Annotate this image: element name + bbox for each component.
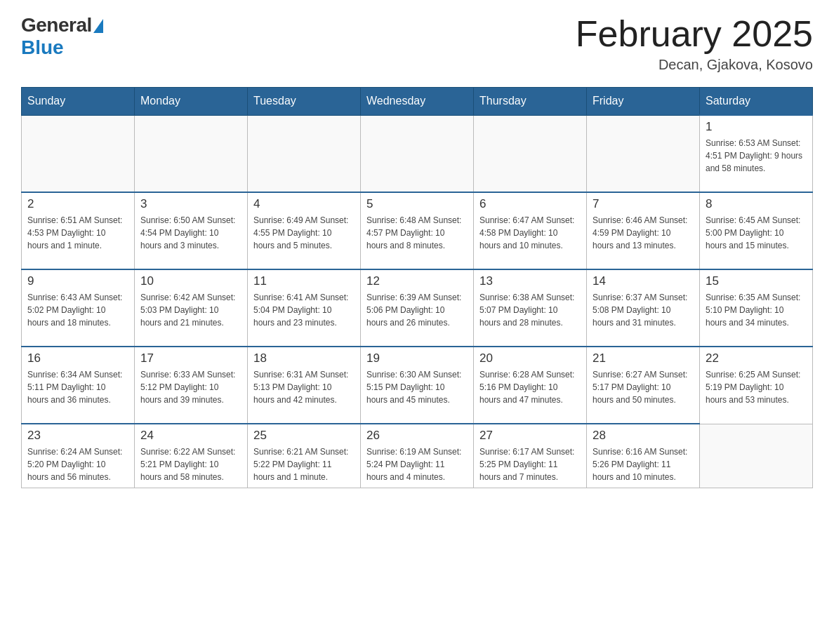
day-info: Sunrise: 6:48 AM Sunset: 4:57 PM Dayligh… (366, 214, 468, 252)
day-number: 14 (593, 274, 694, 288)
calendar-cell: 3Sunrise: 6:50 AM Sunset: 4:54 PM Daylig… (135, 192, 248, 269)
day-info: Sunrise: 6:39 AM Sunset: 5:06 PM Dayligh… (366, 291, 468, 329)
day-info: Sunrise: 6:43 AM Sunset: 5:02 PM Dayligh… (27, 291, 128, 329)
calendar-cell: 1Sunrise: 6:53 AM Sunset: 4:51 PM Daylig… (700, 115, 813, 192)
day-info: Sunrise: 6:45 AM Sunset: 5:00 PM Dayligh… (706, 214, 807, 252)
calendar-cell: 11Sunrise: 6:41 AM Sunset: 5:04 PM Dayli… (248, 269, 361, 347)
day-number: 25 (253, 429, 355, 443)
day-info: Sunrise: 6:25 AM Sunset: 5:19 PM Dayligh… (706, 368, 807, 406)
calendar-cell: 17Sunrise: 6:33 AM Sunset: 5:12 PM Dayli… (135, 347, 248, 424)
calendar-cell: 2Sunrise: 6:51 AM Sunset: 4:53 PM Daylig… (22, 192, 135, 269)
calendar-week-row: 23Sunrise: 6:24 AM Sunset: 5:20 PM Dayli… (22, 424, 813, 488)
day-of-week-header: Monday (135, 88, 248, 116)
calendar-cell (587, 115, 700, 192)
calendar-cell: 15Sunrise: 6:35 AM Sunset: 5:10 PM Dayli… (700, 269, 813, 347)
day-number: 19 (366, 351, 468, 365)
calendar-cell: 28Sunrise: 6:16 AM Sunset: 5:26 PM Dayli… (587, 424, 700, 488)
calendar-cell (361, 115, 474, 192)
logo-general-text: General (21, 14, 92, 36)
day-number: 17 (140, 351, 241, 365)
calendar-cell: 14Sunrise: 6:37 AM Sunset: 5:08 PM Dayli… (587, 269, 700, 347)
day-number: 12 (366, 274, 468, 288)
calendar-cell: 24Sunrise: 6:22 AM Sunset: 5:21 PM Dayli… (135, 424, 248, 488)
day-info: Sunrise: 6:31 AM Sunset: 5:13 PM Dayligh… (253, 368, 355, 406)
day-of-week-header: Saturday (700, 88, 813, 116)
calendar-cell: 27Sunrise: 6:17 AM Sunset: 5:25 PM Dayli… (474, 424, 587, 488)
calendar-cell: 13Sunrise: 6:38 AM Sunset: 5:07 PM Dayli… (474, 269, 587, 347)
calendar-cell (248, 115, 361, 192)
day-number: 24 (140, 429, 241, 443)
calendar-cell: 23Sunrise: 6:24 AM Sunset: 5:20 PM Dayli… (22, 424, 135, 488)
calendar-cell (22, 115, 135, 192)
calendar-week-row: 2Sunrise: 6:51 AM Sunset: 4:53 PM Daylig… (22, 192, 813, 269)
calendar-cell: 9Sunrise: 6:43 AM Sunset: 5:02 PM Daylig… (22, 269, 135, 347)
calendar-week-row: 1Sunrise: 6:53 AM Sunset: 4:51 PM Daylig… (22, 115, 813, 192)
day-info: Sunrise: 6:50 AM Sunset: 4:54 PM Dayligh… (140, 214, 241, 252)
calendar-cell: 20Sunrise: 6:28 AM Sunset: 5:16 PM Dayli… (474, 347, 587, 424)
day-number: 5 (366, 197, 468, 211)
day-number: 1 (706, 120, 807, 134)
location-subtitle: Decan, Gjakova, Kosovo (576, 57, 813, 73)
day-info: Sunrise: 6:47 AM Sunset: 4:58 PM Dayligh… (479, 214, 581, 252)
day-number: 7 (593, 197, 694, 211)
calendar-cell (700, 424, 813, 488)
day-number: 4 (253, 197, 355, 211)
month-title: February 2025 (576, 14, 813, 54)
calendar-cell: 7Sunrise: 6:46 AM Sunset: 4:59 PM Daylig… (587, 192, 700, 269)
calendar-header-row: SundayMondayTuesdayWednesdayThursdayFrid… (22, 88, 813, 116)
day-info: Sunrise: 6:22 AM Sunset: 5:21 PM Dayligh… (140, 445, 241, 483)
day-number: 18 (253, 351, 355, 365)
day-number: 22 (706, 351, 807, 365)
day-number: 13 (479, 274, 581, 288)
day-number: 9 (27, 274, 128, 288)
logo-triangle-icon (93, 19, 103, 33)
day-of-week-header: Thursday (474, 88, 587, 116)
day-info: Sunrise: 6:53 AM Sunset: 4:51 PM Dayligh… (706, 137, 807, 175)
day-info: Sunrise: 6:17 AM Sunset: 5:25 PM Dayligh… (479, 445, 581, 483)
day-info: Sunrise: 6:34 AM Sunset: 5:11 PM Dayligh… (27, 368, 128, 406)
day-info: Sunrise: 6:35 AM Sunset: 5:10 PM Dayligh… (706, 291, 807, 329)
calendar-cell: 26Sunrise: 6:19 AM Sunset: 5:24 PM Dayli… (361, 424, 474, 488)
day-info: Sunrise: 6:19 AM Sunset: 5:24 PM Dayligh… (366, 445, 468, 483)
day-of-week-header: Wednesday (361, 88, 474, 116)
calendar-cell: 25Sunrise: 6:21 AM Sunset: 5:22 PM Dayli… (248, 424, 361, 488)
logo: General Blue (21, 14, 103, 59)
day-number: 27 (479, 429, 581, 443)
day-info: Sunrise: 6:49 AM Sunset: 4:55 PM Dayligh… (253, 214, 355, 252)
day-info: Sunrise: 6:33 AM Sunset: 5:12 PM Dayligh… (140, 368, 241, 406)
calendar-week-row: 9Sunrise: 6:43 AM Sunset: 5:02 PM Daylig… (22, 269, 813, 347)
calendar-cell: 5Sunrise: 6:48 AM Sunset: 4:57 PM Daylig… (361, 192, 474, 269)
calendar-cell: 21Sunrise: 6:27 AM Sunset: 5:17 PM Dayli… (587, 347, 700, 424)
day-info: Sunrise: 6:42 AM Sunset: 5:03 PM Dayligh… (140, 291, 241, 329)
day-info: Sunrise: 6:46 AM Sunset: 4:59 PM Dayligh… (593, 214, 694, 252)
day-number: 23 (27, 429, 128, 443)
day-number: 6 (479, 197, 581, 211)
logo-blue-text: Blue (21, 36, 64, 59)
day-number: 11 (253, 274, 355, 288)
day-info: Sunrise: 6:30 AM Sunset: 5:15 PM Dayligh… (366, 368, 468, 406)
day-info: Sunrise: 6:24 AM Sunset: 5:20 PM Dayligh… (27, 445, 128, 483)
day-info: Sunrise: 6:21 AM Sunset: 5:22 PM Dayligh… (253, 445, 355, 483)
calendar-cell: 19Sunrise: 6:30 AM Sunset: 5:15 PM Dayli… (361, 347, 474, 424)
day-info: Sunrise: 6:27 AM Sunset: 5:17 PM Dayligh… (593, 368, 694, 406)
day-number: 16 (27, 351, 128, 365)
day-info: Sunrise: 6:41 AM Sunset: 5:04 PM Dayligh… (253, 291, 355, 329)
day-info: Sunrise: 6:37 AM Sunset: 5:08 PM Dayligh… (593, 291, 694, 329)
day-number: 15 (706, 274, 807, 288)
day-info: Sunrise: 6:51 AM Sunset: 4:53 PM Dayligh… (27, 214, 128, 252)
day-number: 28 (593, 429, 694, 443)
day-of-week-header: Tuesday (248, 88, 361, 116)
day-number: 3 (140, 197, 241, 211)
day-number: 20 (479, 351, 581, 365)
day-number: 26 (366, 429, 468, 443)
title-area: February 2025 Decan, Gjakova, Kosovo (576, 14, 813, 73)
calendar-cell: 16Sunrise: 6:34 AM Sunset: 5:11 PM Dayli… (22, 347, 135, 424)
day-of-week-header: Sunday (22, 88, 135, 116)
day-number: 21 (593, 351, 694, 365)
calendar-cell: 22Sunrise: 6:25 AM Sunset: 5:19 PM Dayli… (700, 347, 813, 424)
calendar-week-row: 16Sunrise: 6:34 AM Sunset: 5:11 PM Dayli… (22, 347, 813, 424)
day-info: Sunrise: 6:28 AM Sunset: 5:16 PM Dayligh… (479, 368, 581, 406)
calendar-cell: 8Sunrise: 6:45 AM Sunset: 5:00 PM Daylig… (700, 192, 813, 269)
calendar-cell: 6Sunrise: 6:47 AM Sunset: 4:58 PM Daylig… (474, 192, 587, 269)
calendar-cell: 18Sunrise: 6:31 AM Sunset: 5:13 PM Dayli… (248, 347, 361, 424)
